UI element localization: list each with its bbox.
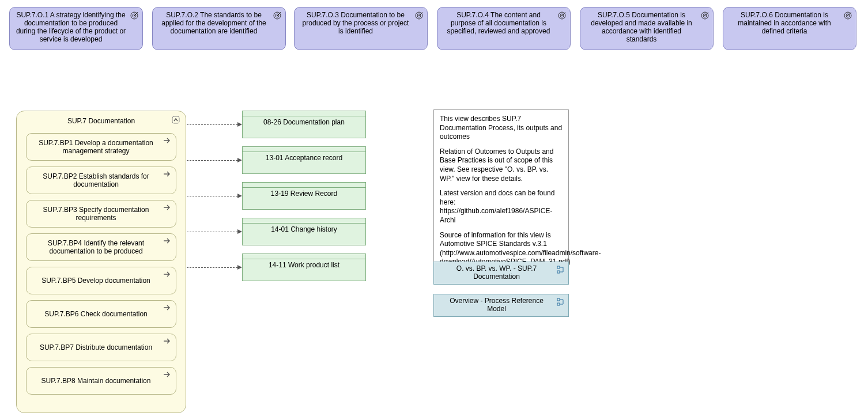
outcome-label: SUP.7.O.5 Documentation is developed and… [586, 11, 697, 43]
outcome-sup7-o1[interactable]: SUP.7.O.1 A strategy identifying the doc… [9, 7, 143, 50]
arrow-right-icon [163, 237, 171, 244]
wp-13-01-acceptance-record[interactable]: 13-01 Acceptance record [242, 146, 366, 174]
arrowhead-icon [237, 265, 242, 270]
wp-14-01-change-history[interactable]: 14-01 Change history [242, 218, 366, 245]
svg-rect-25 [557, 266, 560, 268]
viewlink-o-vs-bp-vs-wp-sup7[interactable]: O. vs. BP. vs. WP. - SUP.7 Documentation [433, 262, 569, 285]
outcome-sup7-o5[interactable]: SUP.7.O.5 Documentation is developed and… [580, 7, 714, 50]
bp-label: SUP.7.BP2 Establish standards for docume… [33, 172, 158, 188]
arrow-right-icon [163, 271, 171, 278]
wp-14-11-work-product-list[interactable]: 14-11 Work product list [242, 253, 366, 281]
svg-rect-31 [557, 303, 560, 305]
target-icon [700, 11, 710, 20]
arrowhead-icon [237, 194, 242, 198]
outcome-label: SUP.7.O.3 Documentation to be produced b… [300, 11, 411, 35]
arrowhead-icon [237, 158, 242, 162]
diagram-link-icon [557, 298, 565, 306]
arrowhead-icon [237, 229, 242, 234]
viewlink-label: O. vs. BP. vs. WP. - SUP.7 Documentation [440, 264, 553, 281]
wp-label: 13-01 Acceptance record [243, 154, 365, 162]
outcome-sup7-o6[interactable]: SUP.7.O.6 Documentation is maintained in… [723, 7, 856, 50]
svg-rect-24 [172, 116, 179, 123]
wp-label: 14-11 Work product list [243, 261, 365, 269]
diagram-link-icon [557, 266, 565, 274]
wp-label: 08-26 Documentation plan [243, 118, 365, 126]
arrow-right-icon [163, 204, 171, 211]
target-icon [130, 11, 139, 20]
wp-08-26-documentation-plan[interactable]: 08-26 Documentation plan [242, 111, 366, 138]
wp-13-19-review-record[interactable]: 13-19 Review Record [242, 182, 366, 210]
outcome-label: SUP.7.O.6 Documentation is maintained in… [729, 11, 840, 35]
target-icon [843, 11, 852, 20]
arrow-right-icon [163, 137, 171, 144]
bp-label: SUP.7.BP6 Check documentation [44, 310, 148, 318]
viewlink-overview-prm[interactable]: Overview - Process Reference Model [433, 294, 569, 317]
arrow-right-icon [163, 304, 171, 311]
outcome-label: SUP.7.O.1 A strategy identifying the doc… [16, 11, 126, 43]
outcome-label: SUP.7.O.4 The content and purpose of all… [443, 11, 554, 35]
bp-label: SUP.7.BP7 Distribute documentation [40, 343, 152, 351]
connector [187, 160, 237, 161]
outcome-sup7-o2[interactable]: SUP.7.O.2 The standards to be applied fo… [152, 7, 286, 50]
connector [187, 267, 237, 268]
outcome-label: SUP.7.O.2 The standards to be applied fo… [158, 11, 269, 35]
bp-sup7-bp4[interactable]: SUP.7.BP4 Identify the relevant document… [26, 233, 176, 261]
bp-label: SUP.7.BP1 Develop a documentation manage… [33, 139, 158, 155]
note-paragraph: Latest version and docs can be found her… [440, 189, 563, 225]
connector [187, 124, 237, 125]
collapse-icon[interactable] [172, 116, 180, 124]
bp-sup7-bp1[interactable]: SUP.7.BP1 Develop a documentation manage… [26, 133, 176, 161]
connector [187, 196, 237, 196]
bp-sup7-bp7[interactable]: SUP.7.BP7 Distribute documentation [26, 334, 176, 361]
bp-label: SUP.7.BP3 Specify documentation requirem… [33, 206, 158, 222]
process-title: SUP.7 Documentation [22, 117, 180, 127]
process-sup7-documentation[interactable]: SUP.7 Documentation SUP.7.BP1 Develop a … [16, 111, 186, 413]
target-icon [557, 11, 567, 20]
connector [187, 232, 237, 232]
bp-sup7-bp3[interactable]: SUP.7.BP3 Specify documentation requirem… [26, 200, 176, 228]
note-paragraph: Relation of Outcomes to Outputs and Base… [440, 147, 563, 183]
arrow-right-icon [163, 171, 171, 177]
bp-label: SUP.7.BP5 Develop documentation [41, 277, 150, 285]
wp-label: 13-19 Review Record [243, 190, 365, 198]
description-note: This view describes SUP.7 Documentation … [433, 109, 569, 272]
svg-rect-26 [557, 271, 560, 273]
bp-label: SUP.7.BP4 Identify the relevant document… [33, 239, 158, 255]
outcome-sup7-o4[interactable]: SUP.7.O.4 The content and purpose of all… [437, 7, 571, 50]
target-icon [414, 11, 424, 20]
viewlink-label: Overview - Process Reference Model [440, 297, 553, 313]
bp-sup7-bp8[interactable]: SUP.7.BP8 Maintain documentation [26, 367, 176, 395]
arrow-right-icon [163, 371, 171, 378]
bp-sup7-bp6[interactable]: SUP.7.BP6 Check documentation [26, 300, 176, 328]
svg-rect-30 [557, 298, 560, 301]
target-icon [273, 11, 282, 20]
outcome-sup7-o3[interactable]: SUP.7.O.3 Documentation to be produced b… [294, 7, 428, 50]
wp-label: 14-01 Change history [243, 225, 365, 233]
diagram-canvas: SUP.7.O.1 A strategy identifying the doc… [0, 0, 868, 420]
bp-sup7-bp5[interactable]: SUP.7.BP5 Develop documentation [26, 267, 176, 294]
bp-sup7-bp2[interactable]: SUP.7.BP2 Establish standards for docume… [26, 167, 176, 194]
arrow-right-icon [163, 338, 171, 345]
bp-label: SUP.7.BP8 Maintain documentation [41, 377, 151, 385]
note-paragraph: This view describes SUP.7 Documentation … [440, 115, 563, 142]
arrowhead-icon [237, 122, 242, 127]
